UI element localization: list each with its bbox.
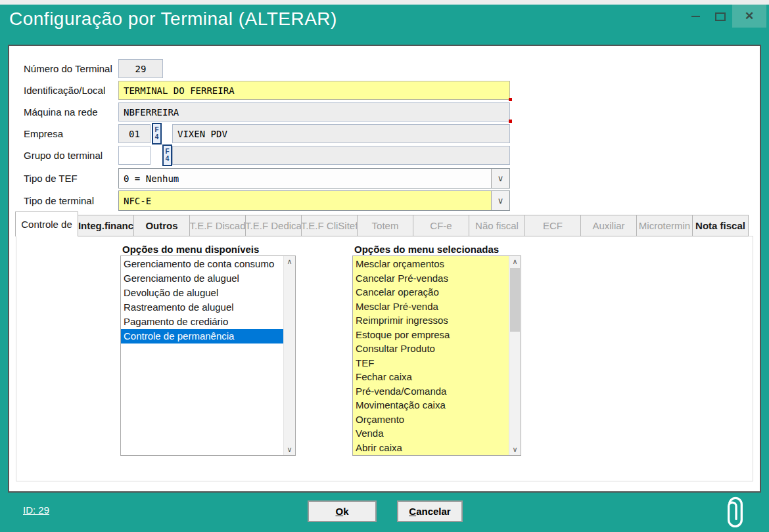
window-top-edge	[0, 0, 769, 5]
selected-options-list[interactable]: Mesclar orçamentosCancelar Pré-vendasCan…	[352, 255, 521, 456]
terminal-type-label: Tipo de terminal	[24, 195, 117, 206]
close-icon: ✕	[745, 9, 754, 23]
selected-option-movimenta-o-caixa[interactable]: Movimentação caixa	[353, 398, 509, 412]
minimize-button[interactable]	[685, 7, 706, 26]
cancel-button[interactable]: Cancelar	[397, 500, 463, 522]
selected-option-mesclar-pr-venda[interactable]: Mesclar Pré-venda	[353, 299, 509, 314]
terminal-number-label: Número do Terminal	[24, 63, 117, 74]
minimize-icon	[691, 16, 700, 17]
close-button[interactable]: ✕	[732, 5, 766, 28]
app-window: Configuração por Terminal (ALTERAR) ✕ Nú…	[0, 0, 769, 532]
scroll-down-icon[interactable]: ∨	[284, 444, 295, 455]
available-list-scrollbar[interactable]: ∧ ∨	[283, 256, 295, 455]
company-name-field: VIXEN PDV	[172, 124, 510, 143]
tab-t-e-f-clisitef: T.E.F CliSitef	[301, 215, 358, 236]
selected-option-venda[interactable]: Venda	[353, 426, 509, 441]
available-option-controle-de-perman-ncia[interactable]: Controle de permanência	[121, 329, 295, 344]
maximize-icon	[715, 12, 726, 21]
identification-field[interactable]: TERMINAL DO FERREIRA	[118, 81, 510, 100]
selected-option-pr-venda-comanda[interactable]: Pré-venda/Comanda	[353, 384, 509, 399]
selected-options-header: Opções do menu selecionadas	[354, 244, 499, 255]
available-options-header: Opções do menu disponíveis	[122, 244, 259, 255]
window-title: Configuração por Terminal (ALTERAR)	[9, 9, 337, 30]
machine-label: Máquina na rede	[24, 106, 117, 118]
tef-type-label: Tipo de TEF	[24, 173, 117, 184]
scroll-up-icon[interactable]: ∧	[284, 256, 295, 267]
machine-marker	[509, 120, 512, 123]
chevron-down-icon[interactable]: ∨	[491, 191, 509, 210]
tab-auxiliar: Auxiliar	[580, 215, 637, 236]
scroll-up-icon[interactable]: ∧	[509, 256, 521, 267]
chevron-down-icon[interactable]: ∨	[491, 169, 509, 188]
available-options-list[interactable]: Gerenciamento de conta consumoGerenciame…	[120, 255, 296, 456]
tab-controle-de[interactable]: Controle de	[15, 211, 78, 236]
identification-label: Identificação/Local	[24, 85, 117, 96]
scrollbar-thumb[interactable]	[510, 268, 520, 332]
selected-option-tef[interactable]: TEF	[353, 356, 509, 370]
tab-nota-fiscal[interactable]: Nota fiscal	[692, 215, 749, 236]
selected-option-fechar-caixa[interactable]: Fechar caixa	[353, 370, 509, 384]
tab-outros[interactable]: Outros	[133, 215, 190, 236]
tab-ecf: ECF	[524, 215, 581, 236]
tab-totem: Totem	[357, 215, 413, 236]
tab-cf-e: CF-e	[413, 215, 469, 236]
scroll-down-icon[interactable]: ∨	[509, 444, 521, 455]
selected-option-reimprimir-ingressos[interactable]: Reimprimir ingressos	[353, 313, 509, 328]
available-option-devolu-o-de-aluguel[interactable]: Devolução de aluguel	[121, 286, 284, 300]
terminal-group-name-field	[172, 146, 510, 165]
selected-option-consultar-produto[interactable]: Consultar Produto	[353, 342, 509, 356]
available-option-gerenciamento-de-aluguel[interactable]: Gerenciamento de aluguel	[121, 271, 284, 286]
tab-t-e-f-discad: T.E.F Discad	[189, 215, 246, 236]
available-option-pagamento-de-credi-rio[interactable]: Pagamento de crediário	[121, 315, 284, 329]
terminal-type-value: NFC-E	[119, 196, 491, 206]
maximize-button[interactable]	[710, 7, 731, 26]
selected-option-cancelar-pr-vendas[interactable]: Cancelar Pré-vendas	[353, 271, 509, 286]
selected-option-mesclar-or-amentos[interactable]: Mesclar orçamentos	[353, 257, 509, 271]
tab-t-e-f-dedica: T.E.F Dedica	[245, 215, 302, 236]
tab-n-o-fiscal: Não fiscal	[469, 215, 525, 236]
machine-field[interactable]: NBFERREIRA	[118, 102, 510, 122]
identification-marker	[509, 98, 512, 101]
tab-microtermin: Microtermin	[636, 215, 693, 236]
tef-type-value: 0 = Nenhum	[119, 173, 491, 184]
company-code-field[interactable]: 01	[118, 124, 151, 143]
tab-strip: Controle deInteg.financOutrosT.E.F Disca…	[15, 215, 749, 236]
selected-option-estoque-por-empresa[interactable]: Estoque por empresa	[353, 328, 509, 342]
available-option-gerenciamento-de-conta-consumo[interactable]: Gerenciamento de conta consumo	[121, 257, 284, 271]
tab-integ-financ[interactable]: Integ.financ	[78, 215, 134, 236]
selected-option-or-amento[interactable]: Orçamento	[353, 412, 509, 427]
record-id-link[interactable]: ID: 29	[23, 504, 49, 516]
terminal-group-f4-lookup-icon[interactable]: F4	[162, 144, 172, 166]
paperclip-icon[interactable]	[721, 491, 750, 529]
company-f4-lookup-icon[interactable]: F4	[152, 123, 162, 144]
selected-list-scrollbar[interactable]: ∧ ∨	[509, 256, 521, 455]
terminal-number-field[interactable]: 29	[118, 59, 163, 78]
ok-button[interactable]: Ok	[308, 500, 377, 522]
selected-option-abrir-caixa[interactable]: Abrir caixa	[353, 441, 509, 455]
terminal-group-label: Grupo do terminal	[24, 150, 117, 161]
terminal-group-code-field[interactable]	[118, 146, 151, 165]
terminal-type-select[interactable]: NFC-E ∨	[118, 190, 510, 211]
tef-type-select[interactable]: 0 = Nenhum ∨	[118, 168, 510, 188]
company-label: Empresa	[24, 128, 117, 139]
selected-option-cancelar-opera-o[interactable]: Cancelar operação	[353, 285, 509, 299]
available-option-rastreamento-de-aluguel[interactable]: Rastreamento de aluguel	[121, 300, 284, 315]
